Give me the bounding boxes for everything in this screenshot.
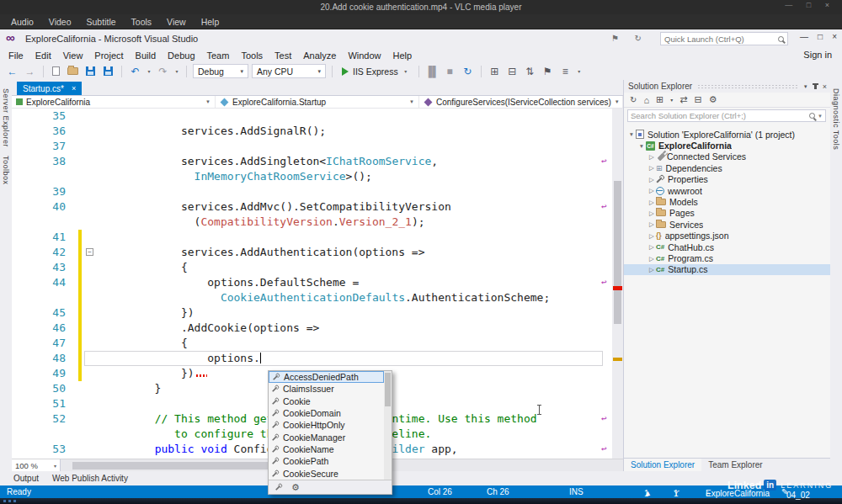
expander-icon[interactable]: ▾ (637, 142, 646, 150)
solution-explorer-search-input[interactable]: Search Solution Explorer (Ctrl+;) ▼ (627, 109, 826, 122)
menu-project[interactable]: Project (88, 50, 129, 61)
toolbar-options-icon[interactable]: ▾ (576, 68, 583, 74)
panel-tab-solution-explorer[interactable]: Solution Explorer (624, 459, 701, 471)
code-line[interactable]: 39 (12, 184, 623, 199)
bookmark-icon[interactable]: ⚑ (541, 66, 555, 77)
refresh-icon[interactable]: ↻ (461, 66, 475, 77)
save-icon[interactable] (86, 66, 95, 76)
home-icon[interactable]: ⌂ (643, 95, 649, 105)
side-tab-server-explorer[interactable]: Server Explorer (2, 88, 10, 147)
expander-icon[interactable]: ▷ (647, 210, 656, 217)
scrollbar-thumb[interactable] (614, 181, 621, 324)
code-line[interactable]: CookieAuthenticationDefaults.Authenticat… (12, 290, 623, 305)
completion-item-claimsissuer[interactable]: ClaimsIssuer (269, 383, 384, 395)
tree-item-pages[interactable]: ▷Pages (624, 208, 831, 219)
menu-help[interactable]: Help (387, 50, 418, 61)
output-tab-web-publish-activity[interactable]: Web Publish Activity (52, 474, 128, 483)
redo-dropdown-icon[interactable]: ▾ (173, 68, 180, 74)
menu-edit[interactable]: Edit (29, 50, 57, 61)
tree-item-chathub-cs[interactable]: ▷C#ChatHub.cs (624, 241, 831, 252)
completion-item-accessdeniedpath[interactable]: AccessDeniedPath (269, 371, 384, 383)
code-line[interactable]: 47 { (12, 336, 623, 351)
new-file-icon[interactable] (52, 66, 60, 76)
close-tab-icon[interactable]: × (72, 84, 76, 93)
code-line[interactable]: (CompatibilityVersion.Version_2_1); (12, 215, 623, 230)
completion-item-cookiemanager[interactable]: CookieManager (269, 431, 384, 443)
feedback-icons[interactable]: ⚑ ↻ (611, 34, 648, 43)
tree-item-services[interactable]: ▷Services (624, 219, 831, 230)
vlc-menu-help[interactable]: Help (194, 17, 227, 27)
vlc-menu-video[interactable]: Video (41, 17, 79, 27)
vlc-window-buttons[interactable]: — □ × (785, 1, 835, 9)
expander-icon[interactable]: ▷ (647, 164, 656, 172)
show-all-files-icon[interactable]: ⊞ (488, 66, 502, 77)
close-panel-icon[interactable]: × (823, 82, 827, 91)
tree-item-program-cs[interactable]: ▷C#Program.cs (624, 252, 831, 263)
menu-window[interactable]: Window (342, 50, 386, 61)
menu-analyze[interactable]: Analyze (297, 50, 342, 61)
debug-configuration-select[interactable]: Debug▾ (193, 64, 248, 78)
close-button[interactable]: × (832, 32, 837, 41)
collapse-region-icon[interactable]: − (86, 248, 93, 256)
expander-icon[interactable]: ▷ (647, 187, 656, 194)
menu-build[interactable]: Build (130, 50, 162, 61)
expander-icon[interactable]: ▷ (647, 232, 656, 240)
code-line[interactable]: 40 services.AddMvc().SetCompatibilityVer… (12, 199, 623, 215)
code-line[interactable]: 43 { (12, 260, 623, 275)
tree-item-dependencies[interactable]: ▷⊞Dependencies (624, 162, 831, 173)
navbar-project-dropdown[interactable]: ExploreCalifornia▼ (12, 96, 216, 108)
editor-vertical-scrollbar[interactable] (612, 109, 623, 459)
menu-debug[interactable]: Debug (162, 50, 200, 61)
scrollbar-thumb[interactable] (385, 373, 391, 406)
window-layout-icon[interactable]: ⊟ (505, 66, 520, 77)
vlc-bottom-bar[interactable] (0, 498, 842, 504)
completion-item-cookiehttponly[interactable]: CookieHttpOnly (269, 419, 384, 431)
code-line[interactable]: 45 }) (12, 305, 623, 321)
expander-icon[interactable]: ▾ (627, 130, 636, 138)
tree-item-appsettings-json[interactable]: ▷{}appsettings.json (624, 231, 831, 241)
code-line[interactable]: 41 (12, 230, 623, 245)
tree-item-explorecalifornia[interactable]: ▾C#ExploreCalifornia (624, 140, 831, 151)
list-icon[interactable]: ≡ (558, 66, 573, 77)
tree-item-solution-explorecalifornia-1-project[interactable]: ▾Solution 'ExploreCalifornia' (1 project… (624, 129, 831, 140)
zoom-control[interactable]: 100 %▾ (12, 459, 61, 471)
code-line[interactable]: 42− services.AddAuthentication(options =… (12, 245, 623, 260)
properties-filter-icon[interactable] (275, 484, 283, 491)
expander-icon[interactable]: ▷ (647, 255, 656, 263)
navigate-back-icon[interactable]: ← (5, 66, 19, 77)
redo-icon[interactable]: ↷ (156, 66, 170, 77)
undo-dropdown-icon[interactable]: ▾ (146, 68, 152, 74)
vlc-menu-tools[interactable]: Tools (124, 17, 160, 27)
code-line[interactable]: 46 .AddCookie(options => (12, 321, 623, 336)
properties-icon[interactable]: ⚙ (709, 94, 717, 105)
menu-team[interactable]: Team (201, 50, 236, 61)
sync-icon[interactable]: ⇅ (523, 66, 537, 77)
collapse-all-icon[interactable]: ⊟ (695, 94, 702, 105)
code-line[interactable]: 37 (12, 139, 623, 154)
expander-icon[interactable]: ▷ (647, 243, 656, 251)
code-line[interactable]: 44 options.DefaultScheme =↩ (12, 275, 623, 290)
output-tab-output[interactable]: Output (13, 474, 39, 483)
back-icon[interactable]: ↻ (630, 95, 637, 104)
vlc-menu-view[interactable]: View (159, 17, 194, 27)
side-tab-diagnostic-tools[interactable]: Diagnostic Tools (832, 88, 840, 150)
expander-icon[interactable]: ▷ (647, 176, 656, 183)
sync-with-active-document-icon[interactable]: ⇄ (679, 94, 687, 105)
window-position-icon[interactable]: ▼ (803, 84, 808, 89)
vlc-menu-subtitle[interactable]: Subtitle (79, 17, 124, 27)
menu-file[interactable]: File (3, 50, 29, 61)
completion-item-cookiename[interactable]: CookieName (269, 443, 384, 455)
tree-item-startup-cs[interactable]: ▷C#Startup.cs (624, 264, 831, 275)
start-debugging-button[interactable]: IIS Express ▾ (338, 66, 413, 77)
tree-item-models[interactable]: ▷Models (624, 196, 831, 207)
platform-select[interactable]: Any CPU▾ (252, 64, 326, 78)
drag-handle[interactable] (697, 84, 798, 88)
panel-tab-team-explorer[interactable]: Team Explorer (701, 459, 769, 471)
completion-item-cookiedomain[interactable]: CookieDomain (269, 407, 384, 419)
tree-item-properties[interactable]: ▷Properties (624, 174, 831, 185)
code-line[interactable]: 36 services.AddSignalR(); (12, 124, 623, 139)
navigate-forward-icon[interactable]: → (23, 66, 37, 77)
expander-icon[interactable]: ▷ (647, 199, 656, 206)
menu-view[interactable]: View (57, 50, 89, 61)
gear-icon[interactable]: ⚙ (291, 483, 300, 492)
